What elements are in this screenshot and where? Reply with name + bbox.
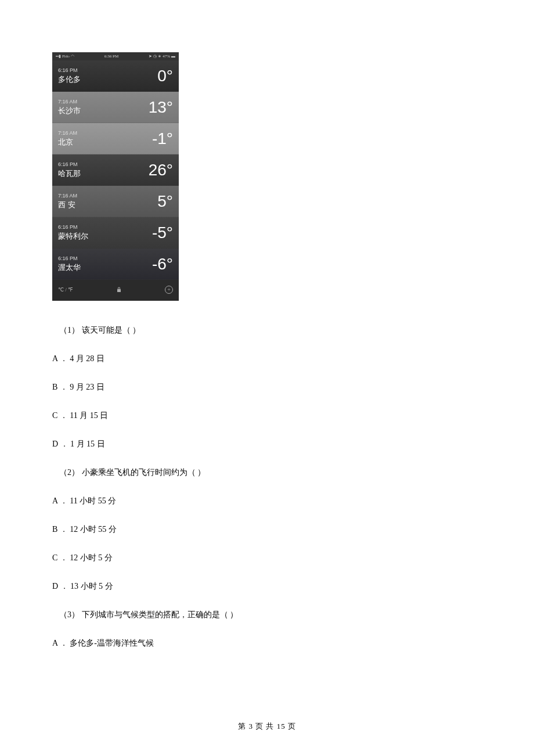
phone-bottom-bar: ℃ / ℉ + (52, 280, 179, 300)
lock-icon (117, 287, 121, 293)
city-temp: 26° (149, 161, 173, 179)
city-temp: 13° (149, 98, 173, 117)
status-right: ➤ ◷ ∗ 47% ▬ (149, 54, 175, 59)
q2-option-b: B ． 12 小时 55 分 (52, 523, 482, 535)
bluetooth-icon: ∗ (158, 54, 161, 59)
city-time: 7:16 AM (58, 99, 81, 105)
q1-option-c: C ． 11 月 15 日 (52, 409, 482, 422)
city-info: 7:16 AM 长沙市 (58, 99, 81, 116)
city-name: 蒙特利尔 (58, 231, 88, 242)
city-info: 7:16 AM 西 安 (58, 193, 77, 210)
question-1-stem: （1） 该天可能是（ ） (52, 324, 482, 336)
phone-status-bar: ▪▪▮ Fido ◠ 6:36 PM ➤ ◷ ∗ 47% ▬ (52, 52, 179, 60)
city-name: 渥太华 (58, 262, 81, 273)
weather-row-toronto: 6:16 PM 多伦多 0° (52, 60, 179, 92)
city-time: 6:16 PM (58, 67, 81, 73)
q3-option-a: A ． 多伦多-温带海洋性气候 (52, 637, 482, 649)
wifi-icon: ◠ (71, 54, 74, 59)
city-time: 7:16 AM (58, 193, 77, 199)
alarm-icon: ◷ (153, 54, 157, 59)
battery-label: 47% (163, 54, 170, 59)
q1-option-d: D ． 1 月 15 日 (52, 438, 482, 450)
city-name: 西 安 (58, 200, 77, 210)
city-temp: 5° (157, 192, 173, 211)
city-temp: -6° (152, 255, 173, 273)
page-footer: 第 3 页 共 15 页 (0, 721, 534, 732)
city-name: 哈瓦那 (58, 168, 81, 179)
q2-option-a: A ． 11 小时 55 分 (52, 495, 482, 507)
phone-weather-screenshot: ▪▪▮ Fido ◠ 6:36 PM ➤ ◷ ∗ 47% ▬ 6:16 PM 多… (52, 52, 179, 301)
battery-icon: ▬ (171, 54, 175, 59)
city-name: 长沙市 (58, 106, 81, 116)
city-info: 6:16 PM 哈瓦那 (58, 161, 81, 179)
signal-icon: ▪▪▮ (56, 54, 61, 59)
city-time: 7:16 AM (58, 130, 77, 136)
status-center-time: 6:36 PM (104, 54, 118, 59)
page-content: ▪▪▮ Fido ◠ 6:36 PM ➤ ◷ ∗ 47% ▬ 6:16 PM 多… (0, 0, 534, 649)
q1-option-a: A ． 4 月 28 日 (52, 352, 482, 365)
question-2-stem: （2） 小豪乘坐飞机的飞行时间约为（ ） (52, 466, 482, 478)
city-temp: -5° (152, 224, 173, 242)
city-time: 6:16 PM (58, 255, 81, 261)
carrier-label: Fido (62, 54, 70, 59)
city-info: 6:16 PM 渥太华 (58, 255, 81, 273)
weather-row-xian: 7:16 AM 西 安 5° (52, 186, 179, 217)
weather-row-ottawa: 6:16 PM 渥太华 -6° (52, 249, 179, 280)
weather-row-montreal: 6:16 PM 蒙特利尔 -5° (52, 217, 179, 249)
weather-row-beijing: 7:16 AM 北京 -1° (52, 123, 179, 154)
city-temp: 0° (157, 67, 173, 85)
city-info: 6:16 PM 多伦多 (58, 67, 81, 85)
weather-row-changsha: 7:16 AM 长沙市 13° (52, 92, 179, 123)
city-info: 7:16 AM 北京 (58, 130, 77, 147)
city-name: 北京 (58, 137, 77, 147)
question-3-stem: （3） 下列城市与气候类型的搭配，正确的是（ ） (52, 609, 482, 621)
temp-unit-toggle: ℃ / ℉ (58, 287, 73, 293)
city-time: 6:16 PM (58, 224, 88, 230)
q2-option-c: C ． 12 小时 5 分 (52, 552, 482, 564)
city-info: 6:16 PM 蒙特利尔 (58, 224, 88, 242)
status-left: ▪▪▮ Fido ◠ (56, 54, 74, 59)
q1-option-b: B ． 9 月 23 日 (52, 381, 482, 393)
city-time: 6:16 PM (58, 161, 81, 167)
city-temp: -1° (152, 129, 173, 148)
q2-option-d: D ． 13 小时 5 分 (52, 580, 482, 592)
add-city-icon: + (165, 286, 173, 294)
weather-row-havana: 6:16 PM 哈瓦那 26° (52, 154, 179, 186)
city-name: 多伦多 (58, 74, 81, 85)
location-icon: ➤ (149, 54, 152, 59)
